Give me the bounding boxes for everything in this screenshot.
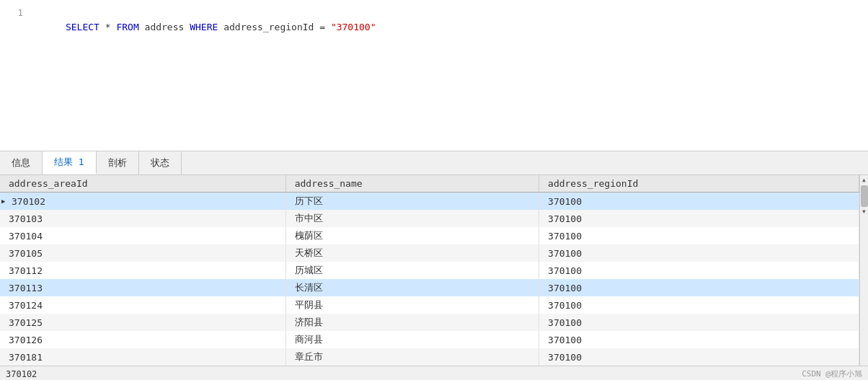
editor-line-1: 1 SELECT * FROM address WHERE address_re… [0, 6, 868, 49]
table-row[interactable]: 370125济阳县370100 [0, 314, 859, 331]
cell-area-id: 370124 [0, 296, 285, 314]
scrollbar-right[interactable]: ▲ ▼ [859, 175, 868, 366]
cell-name: 市中区 [285, 210, 539, 227]
cell-area-id: 370125 [0, 314, 285, 331]
table-body: ▶370102历下区370100370103市中区370100370104槐荫区… [0, 193, 859, 366]
table-row[interactable]: 370112历城区370100 [0, 262, 859, 279]
table-row[interactable]: 370181章丘市370100 [0, 348, 859, 366]
keyword-select: SELECT [66, 22, 99, 32]
cell-name: 历城区 [285, 262, 539, 279]
cell-name: 济阳县 [285, 314, 539, 331]
col-header-name: address_name [285, 175, 539, 193]
cell-area-id: 370181 [0, 348, 285, 366]
table-row[interactable]: 370105天桥区370100 [0, 244, 859, 262]
cell-region-id: 370100 [539, 210, 859, 227]
scroll-up-arrow[interactable]: ▲ [860, 175, 869, 184]
table-row[interactable]: 370124平阴县370100 [0, 296, 859, 314]
cell-region-id: 370100 [539, 296, 859, 314]
table-header: address_areaId address_name address_regi… [0, 175, 859, 193]
cell-name: 章丘市 [285, 348, 539, 366]
cell-region-id: 370100 [539, 279, 859, 296]
col-header-area-id: address_areaId [0, 175, 285, 193]
cell-name: 槐荫区 [285, 227, 539, 244]
cell-area-id: 370112 [0, 262, 285, 279]
header-row: address_areaId address_name address_regi… [0, 175, 859, 193]
cell-region-id: 370100 [539, 244, 859, 262]
sql-content-1: SELECT * FROM address WHERE address_regi… [32, 6, 376, 49]
table-row[interactable]: 370113长清区370100 [0, 279, 859, 296]
table-row[interactable]: 370104槐荫区370100 [0, 227, 859, 244]
cell-region-id: 370100 [539, 262, 859, 279]
tab-results[interactable]: 结果 1 [43, 151, 97, 174]
results-container: address_areaId address_name address_regi… [0, 175, 868, 366]
cell-region-id: 370100 [539, 331, 859, 348]
status-right: CSDN @程序小旭 [802, 368, 862, 379]
cell-area-id: 370126 [0, 331, 285, 348]
sql-space-1: * [99, 22, 116, 32]
cell-area-id: 370113 [0, 279, 285, 296]
keyword-from: FROM [116, 22, 138, 32]
table-row[interactable]: 370103市中区370100 [0, 210, 859, 227]
col-header-region-id: address_regionId [539, 175, 859, 193]
sql-editor[interactable]: 1 SELECT * FROM address WHERE address_re… [0, 0, 868, 151]
cell-region-id: 370100 [539, 348, 859, 366]
cell-name: 天桥区 [285, 244, 539, 262]
cell-name: 平阴县 [285, 296, 539, 314]
table-row[interactable]: 370126商河县370100 [0, 331, 859, 348]
results-table-wrapper[interactable]: address_areaId address_name address_regi… [0, 175, 859, 366]
cell-area-id: 370104 [0, 227, 285, 244]
cell-area-id: 370105 [0, 244, 285, 262]
line-number-1: 1 [6, 6, 23, 20]
cell-area-id: ▶370102 [0, 193, 285, 211]
cell-name: 长清区 [285, 279, 539, 296]
sql-value: "370100" [331, 22, 376, 32]
cell-name: 历下区 [285, 193, 539, 211]
keyword-where: WHERE [190, 22, 218, 32]
status-left: 370102 [6, 369, 37, 379]
table-row[interactable]: ▶370102历下区370100 [0, 193, 859, 211]
row-indicator-icon: ▶ [1, 198, 5, 205]
tab-status[interactable]: 状态 [139, 151, 182, 174]
cell-area-id: 370103 [0, 210, 285, 227]
scrollbar-thumb[interactable] [861, 185, 868, 207]
sql-condition: address_regionId = [218, 22, 331, 32]
sql-table: address [139, 22, 190, 32]
status-bar: 370102 CSDN @程序小旭 [0, 366, 868, 380]
results-table: address_areaId address_name address_regi… [0, 175, 859, 366]
cell-region-id: 370100 [539, 227, 859, 244]
cell-region-id: 370100 [539, 314, 859, 331]
tabs-bar: 信息 结果 1 剖析 状态 [0, 151, 868, 175]
tab-profile[interactable]: 剖析 [97, 151, 139, 174]
scroll-down-arrow[interactable]: ▼ [860, 207, 869, 216]
cell-name: 商河县 [285, 331, 539, 348]
tab-info[interactable]: 信息 [0, 151, 43, 174]
cell-region-id: 370100 [539, 193, 859, 211]
